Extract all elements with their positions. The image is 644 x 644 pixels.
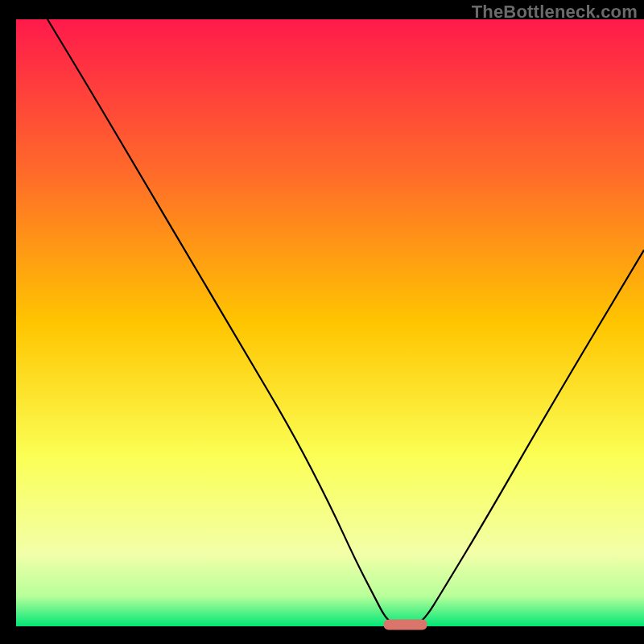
plot-background bbox=[16, 19, 644, 626]
watermark-text: TheBottleneck.com bbox=[472, 2, 638, 23]
chart-container: TheBottleneck.com bbox=[0, 0, 644, 644]
bottleneck-chart bbox=[0, 0, 644, 644]
min-point-marker bbox=[384, 620, 427, 630]
